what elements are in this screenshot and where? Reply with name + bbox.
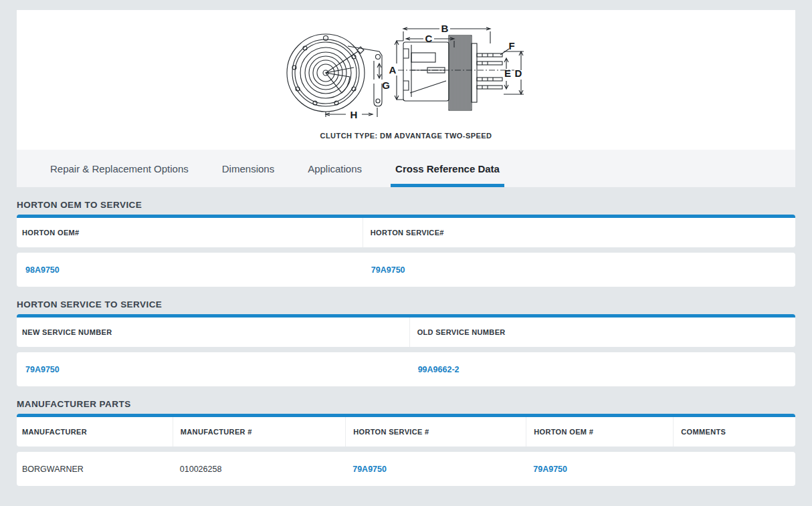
section-horton-service-to-service: HORTON SERVICE TO SERVICE NEW SERVICE NU… xyxy=(17,299,795,386)
column-header-horton-service-number: HORTON SERVICE # xyxy=(345,417,526,447)
table-header-row: NEW SERVICE NUMBER OLD SERVICE NUMBER xyxy=(17,318,795,347)
clutch-type-caption: CLUTCH TYPE: DM ADVANTAGE TWO-SPEED xyxy=(17,126,795,150)
dimension-label-f: F xyxy=(508,40,514,51)
table-row: 98A9750 79A9750 xyxy=(17,253,795,287)
cell-manufacturer: BORGWARNER xyxy=(17,452,173,486)
dimension-label-h: H xyxy=(350,109,358,120)
part-number-link[interactable]: 79A9750 xyxy=(371,265,405,275)
cell-horton-service: 79A9750 xyxy=(363,253,795,287)
cell-horton-service-number: 79A9750 xyxy=(345,452,526,486)
section-horton-oem-to-service: HORTON OEM TO SERVICE HORTON OEM# HORTON… xyxy=(17,200,795,287)
section-title: HORTON SERVICE TO SERVICE xyxy=(17,299,795,309)
cell-new-service-number: 79A9750 xyxy=(17,352,409,386)
column-header-new-service-number: NEW SERVICE NUMBER xyxy=(17,318,409,347)
cell-old-service-number: 99A9662-2 xyxy=(409,352,795,386)
section-manufacturer-parts: MANUFACTURER PARTS MANUFACTURER MANUFACT… xyxy=(17,399,795,486)
part-number-link[interactable]: 79A9750 xyxy=(533,465,567,474)
part-number-link[interactable]: 98A9750 xyxy=(25,265,60,275)
dimension-label-c: C xyxy=(425,33,433,44)
column-header-comments: COMMENTS xyxy=(673,417,795,447)
tab-cross-reference-data[interactable]: Cross Reference Data xyxy=(391,150,504,187)
column-header-old-service-number: OLD SERVICE NUMBER xyxy=(409,318,795,347)
column-header-horton-oem: HORTON OEM# xyxy=(17,218,363,247)
column-header-manufacturer: MANUFACTURER xyxy=(17,417,173,447)
cell-manufacturer-number: 010026258 xyxy=(173,452,345,486)
cell-horton-oem: 98A9750 xyxy=(17,253,363,287)
tabs-bar: Repair & Replacement Options Dimensions … xyxy=(17,150,795,187)
diagram-container: A B C D E F G H xyxy=(17,10,795,126)
product-media-card: A B C D E F G H CLUTCH TYPE: DM ADVANTAG… xyxy=(17,10,795,187)
dimension-label-a: A xyxy=(389,64,397,76)
product-detail-page: A B C D E F G H CLUTCH TYPE: DM ADVANTAG… xyxy=(0,0,812,486)
section-title: HORTON OEM TO SERVICE xyxy=(17,200,795,210)
part-number-link[interactable]: 79A9750 xyxy=(25,365,60,374)
dimension-label-e: E xyxy=(504,68,511,79)
section-title: MANUFACTURER PARTS xyxy=(17,399,795,409)
column-header-horton-oem-number: HORTON OEM # xyxy=(526,417,673,447)
dimension-label-b: B xyxy=(441,23,449,34)
table-row: 79A9750 99A9662-2 xyxy=(17,352,795,386)
cell-horton-oem-number: 79A9750 xyxy=(526,452,673,486)
dimension-label-d: D xyxy=(515,68,522,79)
part-number-link[interactable]: 99A9662-2 xyxy=(418,365,460,374)
tab-applications[interactable]: Applications xyxy=(303,150,367,187)
table-header-row: HORTON OEM# HORTON SERVICE# xyxy=(17,218,795,247)
clutch-diagram: A B C D E F G H xyxy=(279,14,533,126)
table-row: BORGWARNER 010026258 79A9750 79A9750 xyxy=(17,452,795,486)
dimension-label-g: G xyxy=(382,80,390,91)
column-header-horton-service: HORTON SERVICE# xyxy=(363,218,795,247)
part-number-link[interactable]: 79A9750 xyxy=(352,465,387,474)
tab-dimensions[interactable]: Dimensions xyxy=(217,150,279,187)
column-header-manufacturer-number: MANUFACTURER # xyxy=(173,417,345,447)
tab-repair-replacement-options[interactable]: Repair & Replacement Options xyxy=(45,150,193,187)
cell-comments xyxy=(673,452,795,486)
table-header-row: MANUFACTURER MANUFACTURER # HORTON SERVI… xyxy=(17,417,795,447)
